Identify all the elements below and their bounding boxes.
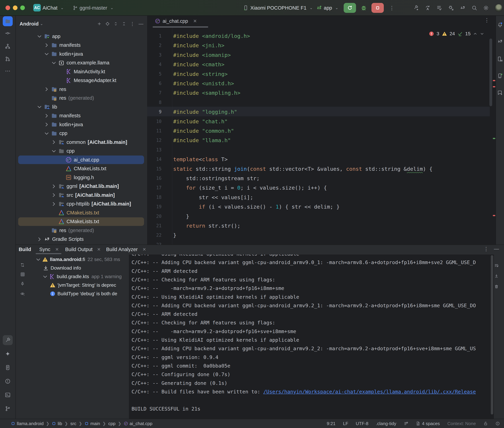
rerun-button[interactable] (344, 3, 356, 13)
add-icon[interactable] (97, 22, 102, 26)
panel-options-icon[interactable]: ⋮ (130, 21, 135, 27)
chevron-right-icon[interactable] (43, 113, 50, 119)
pin-icon[interactable] (20, 281, 25, 286)
line-number[interactable]: 22 (147, 233, 162, 238)
tree-item-logging-h[interactable]: logging.h (16, 173, 147, 182)
line-number[interactable]: 12 (147, 138, 162, 143)
line-number[interactable]: 15 (147, 166, 162, 172)
tree-item-cpp-httplib[interactable]: cpp-httplib[AiChat.lib.main] (16, 199, 147, 208)
tree-item-common[interactable]: common[AiChat.lib.main] (16, 138, 147, 147)
gemini-chat-tool-button[interactable] (497, 90, 503, 96)
context-indicator[interactable]: Context: None (447, 421, 476, 426)
filter-eye-icon[interactable] (20, 291, 25, 296)
breadcrumb-lib[interactable]: lib (52, 421, 62, 426)
line-number[interactable]: 21 (147, 223, 162, 228)
chevron-right-icon[interactable] (36, 236, 43, 242)
line-number[interactable]: 9 (147, 109, 162, 115)
pull-requests-tool-button[interactable] (5, 56, 11, 62)
chevron-down-icon[interactable] (36, 33, 43, 39)
gradle-tool-button[interactable] (497, 39, 503, 44)
chevron-down-icon[interactable] (36, 104, 43, 110)
tree-item-com-example-llama[interactable]: com.example.llama (16, 58, 147, 67)
breadcrumb-llama-android[interactable]: llama.android (11, 421, 43, 426)
line-number[interactable]: 8 (147, 100, 162, 105)
notifications-bell-icon[interactable] (497, 22, 503, 28)
build-project-icon[interactable] (413, 5, 419, 11)
tree-item-mainactivity-kt[interactable]: MainActivity.kt (16, 67, 147, 76)
line-number[interactable]: 19 (147, 204, 162, 209)
prev-problem-icon[interactable] (473, 32, 478, 36)
attach-debugger-icon[interactable] (448, 5, 454, 11)
tree-item-gradle-scripts[interactable]: Gradle Scripts (16, 235, 147, 244)
breadcrumb-src[interactable]: src (70, 421, 76, 426)
chevron-right-icon[interactable] (43, 42, 50, 48)
breadcrumbs[interactable]: llama.android❯lib❯src❯main❯cpp❯C+ai_chat… (11, 421, 153, 426)
line-ending[interactable]: LF (343, 421, 348, 426)
error-stripe-mark[interactable] (493, 215, 495, 216)
sync-refresh-icon[interactable] (20, 263, 25, 267)
close-tab-icon[interactable]: ✕ (55, 247, 59, 252)
clear-console-icon[interactable] (494, 284, 499, 289)
soft-wrap-icon[interactable] (494, 263, 499, 268)
line-number[interactable]: 3 (147, 52, 162, 58)
chevron-right-icon[interactable] (43, 121, 50, 128)
close-tab-icon[interactable]: ✕ (193, 18, 197, 24)
tree-item-kotlin-java[interactable]: kotlin+java (16, 120, 147, 129)
tab-ai-chat-cpp[interactable]: C+ ai_chat.cpp ✕ (147, 18, 197, 24)
tree-item-app[interactable]: app (16, 32, 147, 41)
device-manager-tool-button[interactable] (497, 56, 503, 62)
running-devices-tool-button[interactable] (497, 73, 503, 79)
structure-tool-button[interactable] (5, 43, 11, 49)
line-number[interactable]: 7 (147, 90, 162, 95)
tree-item-res[interactable]: res(generated) (16, 94, 147, 103)
tree-item-cpp[interactable]: cpp (16, 129, 147, 138)
chevron-right-icon[interactable] (43, 86, 50, 92)
linter-status[interactable]: .clang-tidy (376, 421, 396, 426)
build-tree-item[interactable]: build.gradle.ktsapp 1 warning (42, 272, 122, 281)
ok-stripe-mark[interactable] (493, 138, 495, 139)
logcat-tool-button[interactable] (5, 365, 11, 370)
file-encoding[interactable]: UTF-8 (356, 421, 368, 426)
build-console[interactable]: C/C++: -- Using KleidiAI optimized kerne… (129, 255, 494, 419)
indent-setting[interactable]: 4 spaces (416, 421, 440, 426)
tree-item-ai-chat-cpp[interactable]: C+ai_chat.cpp (16, 155, 147, 164)
editor-scrollbar[interactable] (489, 39, 492, 106)
chevron-down-icon[interactable] (51, 148, 57, 154)
chevron-down-icon[interactable] (43, 130, 50, 137)
caret-position[interactable]: 9:21 (327, 421, 336, 426)
breadcrumb-main[interactable]: main (85, 421, 100, 426)
project-view-selector[interactable]: Android (19, 21, 39, 27)
line-number[interactable]: 4 (147, 62, 162, 67)
locate-file-icon[interactable] (105, 22, 110, 26)
tree-item-res[interactable]: res (16, 85, 147, 94)
tree-item-cpp[interactable]: cpp (16, 147, 147, 156)
build-tab-build-output[interactable]: Build Output (65, 247, 93, 252)
line-number[interactable]: 14 (147, 157, 162, 162)
error-stripe-mark[interactable] (493, 86, 495, 87)
collapse-all-icon[interactable] (122, 22, 126, 26)
chevron-right-icon[interactable] (51, 183, 57, 189)
chevron-down-icon[interactable] (43, 51, 50, 57)
more-run-actions-button[interactable]: ⋮ (388, 5, 394, 11)
tree-item-manifests[interactable]: manifests (16, 41, 147, 50)
hide-panel-icon[interactable]: — (138, 21, 143, 26)
tree-item-cmakelists-txt[interactable]: CMakeLists.txt (16, 217, 147, 226)
avatar[interactable] (495, 4, 503, 12)
error-stripe-mark[interactable] (493, 80, 495, 81)
line-number[interactable]: 10 (147, 119, 162, 124)
line-number[interactable]: 2 (147, 43, 162, 48)
next-problem-icon[interactable] (480, 32, 484, 36)
tree-item-lib[interactable]: lib (16, 102, 147, 111)
apply-code-changes-icon[interactable] (436, 5, 442, 11)
search-everywhere-icon[interactable] (471, 5, 477, 11)
line-number[interactable]: 5 (147, 71, 162, 77)
line-number[interactable]: 13 (147, 147, 162, 152)
tree-item-cmakelists-txt[interactable]: CMakeLists.txt (16, 164, 147, 173)
line-number[interactable]: 1 (147, 33, 162, 39)
debug-icon[interactable] (360, 5, 367, 11)
settings-gear-icon[interactable] (483, 5, 489, 11)
close-window-button[interactable] (6, 6, 10, 10)
build-tree-item[interactable]: BuildType 'debug' is both de (49, 289, 117, 298)
project-icon[interactable]: AC (33, 4, 41, 11)
commit-tool-button[interactable] (5, 30, 11, 36)
